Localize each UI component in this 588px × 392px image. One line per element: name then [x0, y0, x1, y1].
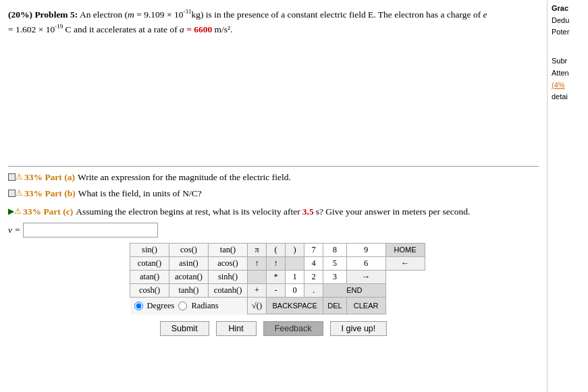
parts-section: ⚠ 33% Part (a) Write an expression for t… [8, 166, 539, 219]
part-a-text: Write an expression for the magnitude of… [78, 171, 291, 184]
graph-area [8, 42, 539, 163]
calc-empty-4 [248, 270, 267, 283]
part-a-warning-icon: ⚠ [16, 171, 23, 183]
calc-cotanh[interactable]: cotanh() [209, 283, 248, 297]
grade-label: Grac [552, 3, 584, 15]
part-c-text-pre: Assuming the electron begins at rest, wh… [76, 205, 300, 219]
calc-minus[interactable]: - [267, 283, 286, 297]
part-a-row: ⚠ 33% Part (a) Write an expression for t… [8, 171, 539, 184]
calc-5[interactable]: 5 [323, 256, 346, 270]
right-sidebar: Grac Dedu Poter Subr Atten (4% detai [547, 0, 588, 392]
calc-pi[interactable]: π [248, 243, 267, 256]
calc-asin[interactable]: asin() [169, 256, 209, 270]
calc-degrees-row: Degrees Radians [130, 297, 248, 314]
part-b-label: 33% Part (b) [24, 187, 76, 200]
part-a-label: 33% Part (a) [24, 171, 75, 184]
calc-left-arrow[interactable]: ← [385, 256, 425, 270]
button-row: Submit Hint Feedback I give up! [8, 321, 539, 336]
degrees-radians-group: Degrees Radians [134, 299, 244, 313]
submit-button[interactable]: Submit [160, 321, 209, 336]
detail-label[interactable]: detai [552, 91, 584, 103]
poten-label: Poter [552, 26, 584, 38]
sidebar-content: Grac Dedu Poter Subr Atten (4% detai [552, 3, 584, 103]
velocity-label: v = [8, 225, 20, 235]
mass-unit: kg) is in the presence of a constant ele… [191, 9, 483, 20]
atten-label: Atten [552, 67, 584, 80]
calc-1[interactable]: 1 [286, 270, 304, 283]
calc-2[interactable]: 2 [304, 270, 323, 283]
part-b-warning-icon: ⚠ [16, 187, 23, 199]
charge-exp: -19 [55, 23, 63, 30]
calc-empty-3 [286, 256, 304, 270]
calc-tan[interactable]: tan() [209, 243, 248, 256]
calc-0[interactable]: 0 [286, 283, 304, 297]
charge-line2-pre: = 1.602 × 10 [8, 24, 55, 34]
calc-row-2: cotan() asin() acos() ↑ ↑ 4 5 6 ← [130, 256, 425, 270]
calc-table: sin() cos() tan() π ( ) 7 8 9 HOME cotan… [130, 243, 425, 315]
dedu-label: Dedu [552, 15, 584, 27]
charge-var: e [483, 9, 487, 20]
problem-percent: (20%) [8, 9, 32, 20]
calc-9[interactable]: 9 [346, 243, 385, 256]
part-c-arrow-icon: ▶ [8, 205, 14, 217]
part-c-icons: ▶ ⚠ [8, 205, 22, 217]
part-a-checkbox [8, 173, 16, 181]
mass-exp: -31 [183, 8, 191, 15]
calc-lparen[interactable]: ( [267, 243, 286, 256]
part-c-text-post: s? Give your answer in meters per second… [316, 205, 471, 219]
calc-row-3: atan() acotan() sinh() * 1 2 3 → [130, 270, 425, 283]
charge-line2-post: C [63, 24, 74, 34]
calc-acos[interactable]: acos() [209, 256, 248, 270]
calc-sqrt[interactable]: √() [248, 297, 267, 314]
calc-plus[interactable]: + [248, 283, 267, 297]
calc-home[interactable]: HOME [385, 243, 425, 256]
part-c-label: 33% Part (c) [23, 205, 73, 219]
part-a-icons: ⚠ [8, 171, 23, 183]
calc-row-1: sin() cos() tan() π ( ) 7 8 9 HOME [130, 243, 425, 256]
calc-sin[interactable]: sin() [130, 243, 169, 256]
calc-rparen[interactable]: ) [286, 243, 304, 256]
part-b-icons: ⚠ [8, 187, 23, 199]
calc-row-5: Degrees Radians √() BACKSPACE DEL CLEAR [130, 297, 425, 314]
calc-dot[interactable]: . [304, 283, 323, 297]
radians-label: Radians [191, 301, 218, 311]
calc-atan[interactable]: atan() [130, 270, 169, 283]
problem-statement: (20%) Problem 5: An electron (m = 9.109 … [8, 7, 539, 36]
part-b-text: What is the field, in units of N/C? [78, 187, 202, 200]
calc-clear[interactable]: CLEAR [346, 297, 385, 314]
calc-3[interactable]: 3 [323, 270, 346, 283]
calc-acotan[interactable]: acotan() [169, 270, 209, 283]
velocity-input[interactable] [23, 223, 158, 237]
part-b-row: ⚠ 33% Part (b) What is the field, in uni… [8, 187, 539, 200]
calc-empty-1: ↑ [248, 256, 267, 270]
calc-empty-2: ↑ [267, 256, 286, 270]
calc-backspace[interactable]: BACKSPACE [267, 297, 323, 314]
feedback-button[interactable]: Feedback [263, 321, 323, 336]
calc-del[interactable]: DEL [323, 297, 346, 314]
calc-cos[interactable]: cos() [169, 243, 209, 256]
mass-var: m [128, 9, 134, 20]
calc-end[interactable]: END [323, 283, 385, 297]
problem-desc-pre: An electron ( [80, 9, 128, 20]
give-up-button[interactable]: I give up! [330, 321, 387, 336]
calc-cotan[interactable]: cotan() [130, 256, 169, 270]
part-b-checkbox [8, 190, 16, 197]
calc-multiply[interactable]: * [267, 270, 286, 283]
radians-radio[interactable] [178, 302, 187, 310]
calc-7[interactable]: 7 [304, 243, 323, 256]
accel-val: = 6600 [184, 24, 212, 34]
calc-sinh[interactable]: sinh() [209, 270, 248, 283]
calc-6[interactable]: 6 [346, 256, 385, 270]
degrees-label: Degrees [147, 301, 175, 311]
calc-right-arrow[interactable]: → [346, 270, 385, 283]
calc-tanh[interactable]: tanh() [169, 283, 209, 297]
problem-label: Problem 5: [34, 9, 78, 20]
calc-cosh[interactable]: cosh() [130, 283, 169, 297]
hint-button[interactable]: Hint [216, 321, 257, 336]
calc-4[interactable]: 4 [304, 256, 323, 270]
orange-link[interactable]: (4% [552, 80, 584, 92]
degrees-radio[interactable] [134, 302, 143, 310]
calc-8[interactable]: 8 [323, 243, 346, 256]
calc-row-4: cosh() tanh() cotanh() + - 0 . END [130, 283, 425, 297]
part-c-warning-icon: ⚠ [14, 205, 22, 217]
